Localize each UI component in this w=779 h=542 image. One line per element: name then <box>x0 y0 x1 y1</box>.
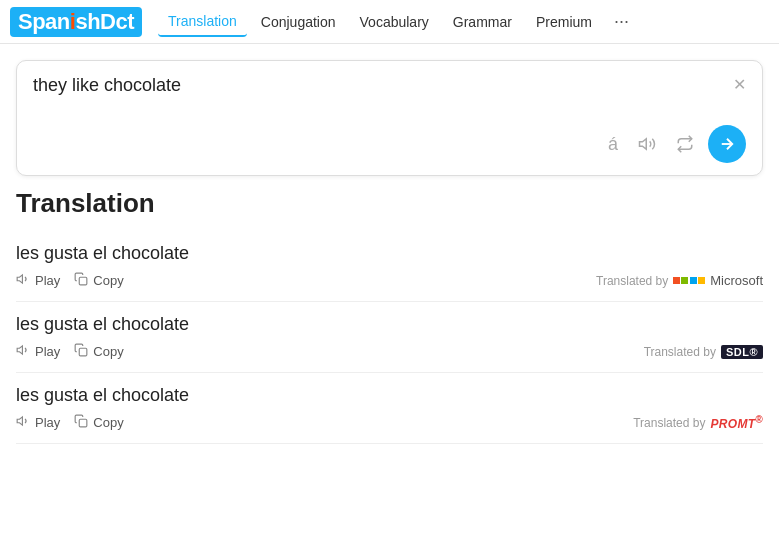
translation-actions-1: Play Copy <box>16 272 124 289</box>
copy-icon-1 <box>74 272 88 289</box>
sdl-logo: SDL® <box>721 345 763 359</box>
results-area: Translation les gusta el chocolate Play <box>0 188 779 464</box>
play-label-3: Play <box>35 415 60 430</box>
svg-marker-0 <box>640 139 647 150</box>
nav-links: Translation Conjugation Vocabulary Gramm… <box>158 7 769 37</box>
copy-label-1: Copy <box>93 273 123 288</box>
translation-text-1: les gusta el chocolate <box>16 243 763 264</box>
play-button-3[interactable]: Play <box>16 414 60 431</box>
copy-label-2: Copy <box>93 344 123 359</box>
translation-actions-2: Play Copy <box>16 343 124 360</box>
nav-premium[interactable]: Premium <box>526 8 602 36</box>
ms-sq-red <box>673 277 680 284</box>
search-input[interactable]: they like chocolate <box>33 75 746 105</box>
translated-by-prefix-2: Translated by <box>644 345 716 359</box>
play-label-1: Play <box>35 273 60 288</box>
audio-button[interactable] <box>632 131 662 157</box>
svg-marker-6 <box>17 417 22 425</box>
play-label-2: Play <box>35 344 60 359</box>
play-icon-2 <box>16 343 30 360</box>
copy-icon-3 <box>74 414 88 431</box>
search-box: they like chocolate ✕ á <box>16 60 763 176</box>
accent-button[interactable]: á <box>602 130 624 159</box>
nav-translation[interactable]: Translation <box>158 7 247 37</box>
translation-footer-1: Play Copy Translated by <box>16 272 763 289</box>
translation-text-3: les gusta el chocolate <box>16 385 763 406</box>
logo-bang: i <box>70 9 76 34</box>
translated-by-3: Translated by PROMT® <box>633 414 763 431</box>
microsoft-logo <box>673 274 705 288</box>
ms-sq-yellow <box>698 277 705 284</box>
svg-marker-2 <box>17 275 22 283</box>
ms-sq-green <box>681 277 688 284</box>
swap-button[interactable] <box>670 131 700 157</box>
play-button-1[interactable]: Play <box>16 272 60 289</box>
copy-icon-2 <box>74 343 88 360</box>
translation-actions-3: Play Copy <box>16 414 124 431</box>
copy-label-3: Copy <box>93 415 123 430</box>
translated-by-prefix-3: Translated by <box>633 416 705 430</box>
translation-block-3: les gusta el chocolate Play <box>16 377 763 444</box>
svg-marker-4 <box>17 346 22 354</box>
copy-button-3[interactable]: Copy <box>74 414 123 431</box>
microsoft-label: Microsoft <box>710 273 763 288</box>
svg-rect-5 <box>80 348 88 356</box>
translation-block-1: les gusta el chocolate Play <box>16 235 763 302</box>
promt-logo: PROMT® <box>710 414 763 431</box>
translated-by-prefix-1: Translated by <box>596 274 668 288</box>
play-icon-1 <box>16 272 30 289</box>
search-submit-button[interactable] <box>708 125 746 163</box>
copy-button-2[interactable]: Copy <box>74 343 123 360</box>
nav-more-button[interactable]: ··· <box>606 7 637 36</box>
translation-block-2: les gusta el chocolate Play <box>16 306 763 373</box>
logo[interactable]: SpanishDct <box>10 7 142 37</box>
translated-by-1: Translated by Microsoft <box>596 273 763 288</box>
copy-button-1[interactable]: Copy <box>74 272 123 289</box>
translation-footer-2: Play Copy Translated by SDL® <box>16 343 763 360</box>
play-button-2[interactable]: Play <box>16 343 60 360</box>
logo-ct: ct <box>115 9 134 34</box>
translation-text-2: les gusta el chocolate <box>16 314 763 335</box>
nav-vocabulary[interactable]: Vocabulary <box>350 8 439 36</box>
clear-button[interactable]: ✕ <box>733 75 746 94</box>
svg-rect-3 <box>80 277 88 285</box>
nav-grammar[interactable]: Grammar <box>443 8 522 36</box>
play-icon-3 <box>16 414 30 431</box>
ms-sq-blue <box>690 277 697 284</box>
translation-footer-3: Play Copy Translated by PROMT® <box>16 414 763 431</box>
svg-rect-7 <box>80 419 88 427</box>
translated-by-2: Translated by SDL® <box>644 345 763 359</box>
results-title: Translation <box>16 188 763 219</box>
navbar: SpanishDct Translation Conjugation Vocab… <box>0 0 779 44</box>
search-actions: á <box>33 125 746 163</box>
nav-conjugation[interactable]: Conjugation <box>251 8 346 36</box>
